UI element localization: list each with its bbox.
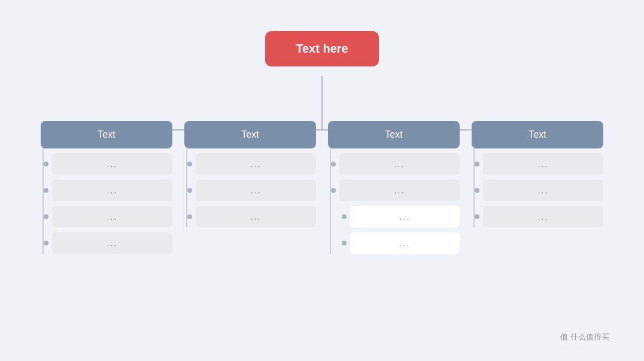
child-box: ... <box>196 180 316 201</box>
dot-icon <box>44 188 48 193</box>
child-box: ... <box>196 153 316 175</box>
dot-icon <box>44 214 48 219</box>
dot-icon <box>475 214 479 219</box>
col3-list: ... ... ... <box>331 148 460 254</box>
child-box: ... <box>339 153 460 175</box>
col1-list: ... ... ... <box>44 148 172 254</box>
child-box: ... <box>483 180 603 201</box>
child-box-white: ... <box>350 232 460 254</box>
dot-icon <box>44 162 48 166</box>
col3-children: ... ... ... <box>328 148 460 254</box>
list-item: ... <box>475 153 603 175</box>
org-chart: Text here Text ... <box>23 13 621 348</box>
dot-icon <box>187 162 192 166</box>
root-node: Text here <box>265 31 379 66</box>
list-item: ... <box>475 206 603 227</box>
list-item: ... <box>44 232 172 254</box>
dot-icon <box>331 162 336 166</box>
col4-list: ... ... ... <box>475 148 603 227</box>
col2-header: Text <box>184 121 316 148</box>
child-box: ... <box>52 232 172 254</box>
list-item: ... <box>44 153 172 175</box>
dot-icon <box>44 241 48 245</box>
list-item: ... <box>187 206 316 227</box>
dot-icon <box>331 188 336 193</box>
col4-children: ... ... ... <box>472 148 603 227</box>
child-box: ... <box>196 206 316 227</box>
list-item: ... <box>331 153 460 175</box>
columns-container: Text ... ... <box>23 121 621 254</box>
col3-header: Text <box>328 121 460 148</box>
list-item: ... <box>475 180 603 201</box>
list-item: ... <box>331 232 460 254</box>
child-box: ... <box>52 153 172 175</box>
list-item: ... <box>187 153 316 175</box>
column-4: Text ... ... <box>472 121 603 254</box>
list-item: ... <box>187 180 316 201</box>
list-item: ... <box>44 206 172 227</box>
col2-list: ... ... ... <box>187 148 316 227</box>
dot-icon <box>187 188 192 193</box>
dot-icon <box>187 214 192 219</box>
child-box: ... <box>339 180 460 201</box>
column-1: Text ... ... <box>41 121 172 254</box>
child-box: ... <box>52 180 172 201</box>
child-box-white: ... <box>350 206 460 227</box>
dot-icon <box>342 241 347 245</box>
dot-icon <box>342 214 347 219</box>
column-3: Text ... ... <box>328 121 460 254</box>
list-item: ... <box>331 206 460 227</box>
dot-icon <box>475 188 479 193</box>
col1-children: ... ... ... <box>41 148 172 254</box>
watermark: 值 什么值得买 <box>560 332 609 342</box>
list-item: ... <box>44 180 172 201</box>
dot-icon <box>475 162 479 166</box>
child-box: ... <box>52 206 172 227</box>
list-item: ... <box>331 180 460 201</box>
col1-header: Text <box>41 121 172 148</box>
column-2: Text ... ... <box>184 121 316 254</box>
col2-children: ... ... ... <box>184 148 316 227</box>
col4-header: Text <box>472 121 603 148</box>
child-box: ... <box>483 206 603 227</box>
child-box: ... <box>483 153 603 175</box>
